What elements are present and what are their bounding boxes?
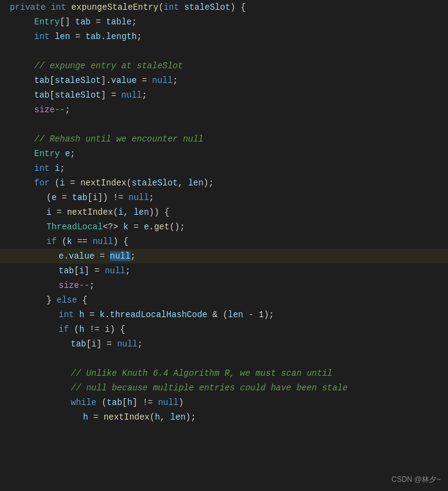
code-token: k <box>123 222 128 232</box>
code-line: // Rehash until we encounter null <box>0 132 448 146</box>
code-token: ; <box>60 163 65 173</box>
code-token: expungeStaleEntry <box>71 2 159 12</box>
code-line: size--; <box>0 278 448 293</box>
code-token <box>49 32 54 41</box>
code-token: ; <box>142 90 146 100</box>
code-line: Entry e; <box>0 146 448 161</box>
code-token: . <box>63 251 68 261</box>
code-token: null <box>158 398 179 407</box>
code-line: for (i = nextIndex(staleSlot, len); <box>0 176 448 190</box>
code-token: null <box>93 237 114 246</box>
code-token: ( <box>159 2 164 12</box>
code-token: h <box>127 398 132 407</box>
code-line: if (k == null) { <box>0 234 448 249</box>
code-token: tab <box>107 398 122 407</box>
code-token: ); <box>186 412 196 422</box>
code-token: len <box>188 178 203 188</box>
code-token: . <box>149 222 154 232</box>
code-token: i <box>118 207 123 217</box>
code-token: )) { <box>149 207 170 217</box>
code-token: i <box>46 207 51 217</box>
code-token: { <box>77 295 87 305</box>
code-token: - 1); <box>244 310 274 320</box>
code-token <box>46 2 51 12</box>
code-token: size-- <box>59 281 89 290</box>
code-line: while (tab[h] != null) <box>0 395 448 410</box>
code-token: = <box>84 310 99 320</box>
code-token: h <box>79 310 84 320</box>
code-token: table <box>106 17 132 27</box>
code-token: ( <box>113 207 118 217</box>
code-token: <?> <box>103 222 123 232</box>
code-token: nextIndex <box>81 178 127 188</box>
code-token <box>179 2 184 12</box>
code-token: int <box>59 310 74 320</box>
code-token: nextIndex <box>104 412 150 422</box>
code-line: private int expungeStaleEntry(int staleS… <box>0 0 448 15</box>
code-token: e <box>59 251 63 261</box>
code-token: [] <box>60 17 75 27</box>
code-token: // Unlike Knuth 6.4 Algorithm R, we must… <box>71 368 332 378</box>
code-token: ; <box>131 251 135 261</box>
code-token: ; <box>137 339 142 349</box>
code-token: = <box>70 32 85 41</box>
code-token <box>60 149 65 159</box>
code-token: ] = <box>84 266 105 276</box>
code-token: i <box>55 163 60 173</box>
code-token: ( <box>150 412 154 422</box>
code-token: [ <box>86 339 91 349</box>
code-token: ( <box>46 193 51 202</box>
code-token: ; <box>149 193 154 202</box>
code-line: // Unlike Knuth 6.4 Algorithm R, we must… <box>0 366 448 381</box>
code-token: len <box>134 207 149 217</box>
code-token: // Rehash until we encounter null <box>34 134 203 144</box>
code-token: i <box>79 266 84 276</box>
code-token: ; <box>65 105 70 115</box>
code-token: . <box>105 310 110 320</box>
code-token: = <box>51 207 67 217</box>
code-token: ThreadLocal <box>46 222 103 232</box>
code-line: (e = tab[i]) != null; <box>0 190 448 205</box>
code-token: ) { <box>230 2 245 12</box>
code-token: ); <box>203 178 214 188</box>
code-token: ] != <box>132 398 158 407</box>
code-token: h <box>83 412 88 422</box>
code-token: i <box>92 339 96 349</box>
code-token: // expunge entry at staleSlot <box>34 61 183 71</box>
code-token: tab <box>34 76 49 85</box>
code-line: if (h != i) { <box>0 322 448 337</box>
code-token: null <box>105 266 126 276</box>
code-token: if <box>46 237 57 246</box>
code-token: tab <box>59 266 74 276</box>
code-line: int h = k.threadLocalHashCode & (len - 1… <box>0 307 448 322</box>
code-token: len <box>228 310 243 320</box>
code-token: tab <box>75 17 90 27</box>
code-line: i = nextIndex(i, len)) { <box>0 205 448 220</box>
code-token: Entry <box>34 149 60 159</box>
code-token: null <box>121 90 142 100</box>
code-token: null <box>152 76 173 85</box>
code-line: e.value = null; <box>0 249 448 263</box>
code-line: int len = tab.length; <box>0 29 448 44</box>
code-token: != <box>84 324 105 334</box>
code-token: else <box>57 295 78 305</box>
code-viewer: private int expungeStaleEntry(int staleS… <box>0 0 448 491</box>
code-line: h = nextIndex(h, len); <box>0 410 448 425</box>
code-token: i <box>93 193 98 202</box>
code-token: private <box>10 2 46 12</box>
code-line: // null because multiple entries could h… <box>0 381 448 395</box>
code-token: } <box>46 295 57 305</box>
code-line: size--; <box>0 102 448 117</box>
code-token: staleSlot <box>132 178 178 188</box>
watermark: CSDN @林夕~ <box>391 475 441 485</box>
code-token: length <box>106 32 137 41</box>
code-token: int <box>34 32 49 41</box>
code-token: . <box>101 32 106 41</box>
code-token: tab <box>71 339 86 349</box>
code-line <box>0 117 448 132</box>
code-token: = <box>90 17 106 27</box>
code-token: ( <box>96 398 107 407</box>
code-line: // expunge entry at staleSlot <box>0 59 448 73</box>
code-line: int i; <box>0 161 448 176</box>
code-token: h <box>155 412 160 422</box>
